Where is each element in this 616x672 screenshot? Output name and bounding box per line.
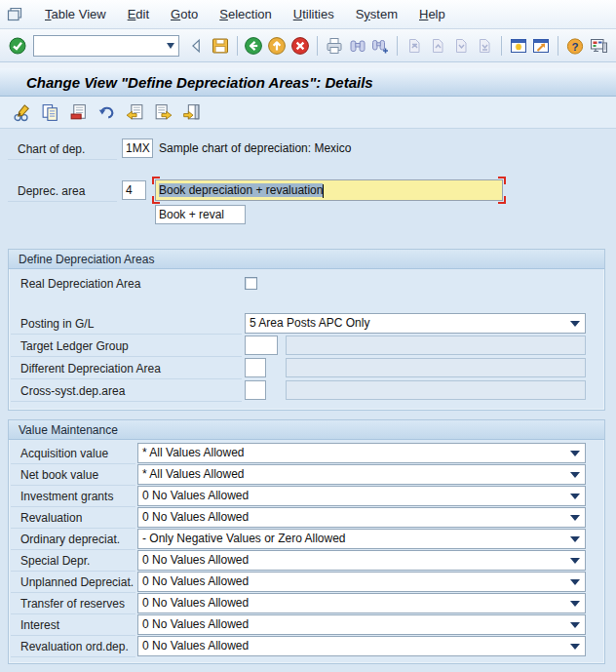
chevron-down-icon — [570, 494, 580, 499]
copy-icon[interactable] — [37, 99, 62, 125]
cross-system-dep-area-label: Cross-syst.dep.area — [11, 381, 242, 402]
cancel-icon[interactable] — [289, 34, 311, 58]
net-book-value-label: Net book value — [11, 465, 135, 486]
focus-corner — [498, 177, 506, 184]
new-session-icon[interactable] — [508, 34, 529, 58]
system-window-icon[interactable] — [7, 7, 22, 21]
chevron-down-icon — [570, 536, 580, 542]
screen-body: Chart of dep. 1MX Sample chart of deprec… — [0, 129, 616, 672]
undo-icon[interactable] — [94, 99, 119, 125]
focus-corner — [152, 196, 160, 204]
chevron-down-icon — [570, 451, 580, 456]
investment-grants-dropdown[interactable]: 0 No Values Allowed — [137, 486, 586, 506]
menu-table-view[interactable]: Table View — [34, 4, 117, 24]
revaluation-ord-dep-dropdown[interactable]: 0 No Values Allowed — [137, 636, 586, 656]
menu-edit[interactable]: Edit — [117, 4, 160, 24]
help-icon[interactable]: ? — [564, 34, 586, 58]
chart-of-dep-description: Sample chart of depreciation: Mexico — [159, 141, 351, 155]
deprec-area-input[interactable]: 4 — [122, 180, 146, 200]
menu-utilities[interactable]: Utilities — [283, 4, 345, 24]
special-depreciation-label: Special Depr. — [11, 551, 135, 572]
enter-icon[interactable] — [7, 34, 28, 58]
value-group-title: Value Maintenance — [9, 420, 604, 440]
interest-dropdown[interactable]: 0 No Values Allowed — [137, 614, 586, 635]
different-depreciation-area-input[interactable] — [245, 358, 266, 377]
find-icon[interactable] — [347, 34, 368, 58]
target-ledger-group-label: Target Ledger Group — [11, 336, 242, 357]
command-field[interactable] — [33, 35, 179, 57]
ordinary-depreciation-label: Ordinary depreciat. — [11, 530, 135, 550]
find-next-icon[interactable] — [370, 34, 392, 58]
menu-goto[interactable]: Goto — [160, 4, 209, 24]
transfer-of-reserves-dropdown[interactable]: 0 No Values Allowed — [137, 593, 586, 613]
hide-command-field-icon[interactable] — [186, 34, 208, 58]
cross-system-dep-area-description — [286, 380, 586, 400]
exit-icon[interactable] — [266, 34, 288, 58]
toolbar-separator — [501, 36, 502, 56]
real-depreciation-area-label: Real Depreciation Area — [11, 274, 242, 295]
delete-icon[interactable] — [65, 99, 91, 125]
first-page-icon[interactable] — [404, 34, 425, 58]
create-shortcut-icon[interactable] — [530, 34, 552, 58]
text-caret — [323, 184, 324, 198]
sap-gui-window: { "menu": { "items": [ { "pre": "", "u":… — [0, 0, 616, 672]
define-depreciation-areas-group: Define Depreciation Areas Real Depreciat… — [8, 249, 605, 411]
command-input[interactable] — [37, 39, 163, 53]
real-depreciation-area-checkbox[interactable] — [245, 277, 257, 290]
acquisition-value-dropdown[interactable]: * All Values Allowed — [137, 443, 586, 463]
define-group-title: Define Depreciation Areas — [9, 250, 604, 269]
application-toolbar — [0, 97, 616, 129]
investment-grants-label: Investment grants — [11, 487, 135, 507]
value-maintenance-group: Value Maintenance Acquisition value * Al… — [8, 419, 605, 664]
toolbar-separator — [317, 36, 318, 56]
chart-of-dep-label: Chart of dep. — [8, 139, 117, 160]
interest-label: Interest — [11, 615, 135, 636]
deprec-area-short-name-input[interactable]: Book + reval — [155, 205, 246, 224]
page-title: Change View "Define Depreciation Areas":… — [26, 74, 373, 91]
previous-page-icon[interactable] — [427, 34, 448, 58]
revaluation-label: Revaluation — [11, 508, 135, 529]
different-depreciation-area-label: Different Depreciation Area — [11, 359, 242, 379]
customize-layout-icon[interactable] — [588, 34, 609, 58]
deprec-area-label: Deprec. area — [8, 181, 117, 202]
menu-system[interactable]: System — [345, 4, 408, 24]
menu-bar: Table View Edit Goto Selection Utilities… — [0, 0, 616, 29]
previous-entry-icon[interactable] — [122, 99, 147, 125]
unplanned-depreciation-dropdown[interactable]: 0 No Values Allowed — [137, 572, 586, 592]
chevron-down-icon — [570, 579, 580, 585]
chevron-down-icon — [570, 472, 580, 478]
acquisition-value-label: Acquisition value — [11, 444, 135, 464]
next-entry-icon[interactable] — [150, 99, 175, 125]
save-icon[interactable] — [210, 34, 231, 58]
unplanned-depreciation-label: Unplanned Depreciat. — [11, 573, 135, 593]
deprec-area-name-input[interactable]: Book depreciation + revaluation — [155, 179, 503, 201]
target-ledger-group-description — [286, 336, 586, 355]
menu-selection[interactable]: Selection — [209, 4, 282, 24]
focus-corner — [152, 177, 160, 184]
posting-in-gl-label: Posting in G/L — [11, 314, 242, 335]
chevron-down-icon — [570, 515, 580, 521]
back-icon[interactable] — [243, 34, 264, 58]
chevron-down-icon — [570, 601, 580, 607]
target-ledger-group-input[interactable] — [245, 336, 278, 355]
special-depreciation-dropdown[interactable]: 0 No Values Allowed — [137, 550, 586, 571]
selected-text: Book depreciation + revaluation — [159, 183, 323, 197]
chevron-down-icon — [570, 558, 580, 564]
last-page-icon[interactable] — [474, 34, 495, 58]
next-page-icon[interactable] — [450, 34, 472, 58]
posting-in-gl-dropdown[interactable]: 5 Area Posts APC Only — [245, 313, 586, 334]
command-history-dropdown-icon[interactable] — [163, 36, 178, 56]
chart-of-dep-input[interactable]: 1MX — [122, 138, 153, 158]
toolbar-separator — [558, 36, 558, 56]
cross-system-dep-area-input[interactable] — [245, 380, 266, 400]
menu-help[interactable]: Help — [408, 4, 456, 24]
print-icon[interactable] — [324, 34, 345, 58]
other-entry-icon[interactable] — [178, 99, 204, 125]
revaluation-dropdown[interactable]: 0 No Values Allowed — [137, 507, 586, 528]
toolbar-separator — [397, 36, 398, 56]
chevron-down-icon — [570, 644, 580, 650]
display-change-icon[interactable] — [9, 99, 34, 125]
ordinary-depreciation-dropdown[interactable]: - Only Negative Values or Zero Allowed — [137, 529, 586, 549]
chevron-down-icon — [570, 321, 580, 327]
net-book-value-dropdown[interactable]: * All Values Allowed — [137, 464, 586, 485]
